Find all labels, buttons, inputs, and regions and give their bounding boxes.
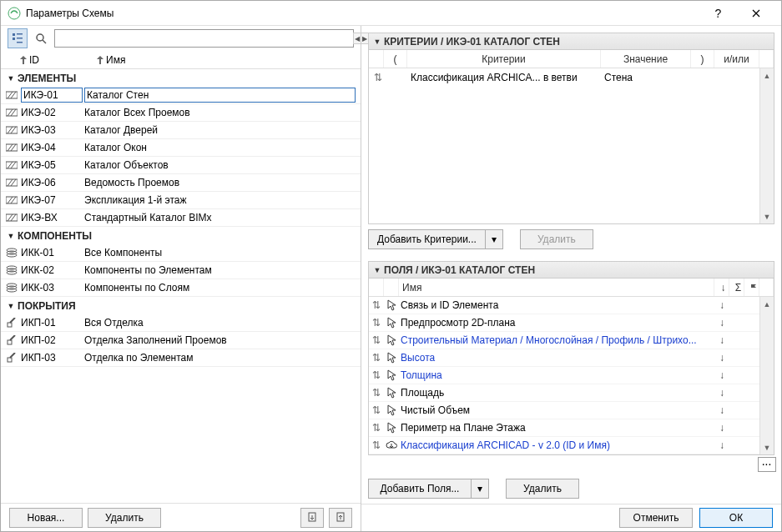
- scheme-name: [83, 88, 361, 103]
- scheme-id-input[interactable]: [21, 88, 83, 103]
- field-row[interactable]: ⇅Периметр на Плане Этажа↓: [369, 419, 774, 437]
- field-row[interactable]: ⇅Строительный Материал / Многослойная / …: [369, 332, 774, 349]
- ok-button[interactable]: ОК: [699, 508, 773, 528]
- add-field-dropdown[interactable]: ▾: [472, 479, 489, 499]
- cancel-button[interactable]: Отменить: [619, 508, 693, 528]
- add-criteria-button[interactable]: Добавить Критерии...: [368, 229, 486, 249]
- scheme-row[interactable]: ИКП-01Вся Отделка: [1, 314, 361, 332]
- column-header-name[interactable]: Имя: [106, 54, 357, 66]
- field-row[interactable]: ⇅Предпросмотр 2D-плана↓: [369, 314, 774, 332]
- drag-handle-icon[interactable]: ⇅: [369, 422, 384, 434]
- criteria-row[interactable]: ⇅Классификация ARCHICA... в ветвиСтена: [369, 68, 774, 87]
- field-options-button[interactable]: ···: [758, 457, 776, 472]
- fields-col-sum[interactable]: Σ: [729, 279, 744, 296]
- add-field-button[interactable]: Добавить Поля...: [368, 479, 472, 499]
- field-sort[interactable]: ↓: [714, 317, 729, 329]
- field-row[interactable]: ⇅Чистый Объем↓: [369, 402, 774, 419]
- fields-col-flag-icon[interactable]: [744, 279, 759, 296]
- scheme-row[interactable]: ИКЭ-02Каталог Всех Проемов: [1, 104, 361, 122]
- field-row[interactable]: ⇅Классификация ARCHICAD - v 2.0 (ID и Им…: [369, 437, 774, 454]
- scheme-row[interactable]: ИКК-02Компоненты по Элементам: [1, 262, 361, 279]
- field-sort[interactable]: ↓: [714, 404, 729, 416]
- criteria-col-value[interactable]: Значение: [601, 50, 691, 68]
- scheme-id: ИКП-03: [19, 352, 83, 364]
- scroll-up-icon[interactable]: ▲: [760, 68, 774, 83]
- drag-handle-icon[interactable]: ⇅: [369, 299, 384, 311]
- drag-handle-icon[interactable]: ⇅: [369, 387, 384, 399]
- sort-icon[interactable]: [94, 56, 106, 64]
- scheme-id: ИКЭ-ВХ: [19, 212, 83, 223]
- import-button[interactable]: [300, 508, 324, 528]
- scheme-row[interactable]: ИКЭ-03Каталог Дверей: [1, 122, 361, 139]
- drag-handle-icon[interactable]: ⇅: [369, 334, 384, 346]
- scheme-name: Отделка Заполнений Проемов: [83, 334, 361, 346]
- scheme-icon: [4, 178, 19, 188]
- group-header[interactable]: ▼КОМПОНЕНТЫ: [1, 227, 361, 244]
- scheme-row[interactable]: ИКЭ-05Каталог Объектов: [1, 157, 361, 174]
- drag-handle-icon[interactable]: ⇅: [369, 72, 384, 83]
- delete-criteria-button[interactable]: Удалить: [520, 229, 593, 249]
- criteria-scrollbar[interactable]: ▲ ▼: [759, 68, 774, 223]
- fields-panel-title: ПОЛЯ / ИКЭ-01 КАТАЛОГ СТЕН: [384, 264, 535, 276]
- scroll-up-icon[interactable]: ▲: [760, 297, 774, 311]
- scheme-name: Каталог Объектов: [83, 159, 361, 171]
- scheme-name-input[interactable]: [84, 88, 356, 103]
- field-row[interactable]: ⇅Площадь↓: [369, 384, 774, 402]
- scheme-row[interactable]: ИКП-03Отделка по Элементам: [1, 349, 361, 367]
- scheme-row[interactable]: ИКЭ-06Ведомость Проемов: [1, 174, 361, 192]
- chevron-down-icon: ▼: [6, 302, 16, 310]
- chevron-down-icon: ▼: [372, 38, 382, 46]
- tree-view-toggle[interactable]: [8, 28, 28, 48]
- field-sort[interactable]: ↓: [714, 352, 729, 364]
- drag-handle-icon[interactable]: ⇅: [369, 317, 384, 329]
- group-header[interactable]: ▼ЭЛЕМЕНТЫ: [1, 69, 361, 87]
- drag-handle-icon[interactable]: ⇅: [369, 352, 384, 364]
- new-button[interactable]: Новая...: [9, 508, 83, 528]
- scheme-row[interactable]: ИКЭ-04Каталог Окон: [1, 139, 361, 157]
- pointer-icon: [384, 299, 399, 311]
- field-sort[interactable]: ↓: [714, 299, 729, 311]
- scheme-row[interactable]: ИКК-01Все Компоненты: [1, 244, 361, 262]
- fields-scrollbar[interactable]: ▲ ▼: [759, 297, 774, 454]
- close-button[interactable]: [737, 1, 774, 26]
- scheme-name: Стандартный Каталог BIMx: [83, 212, 361, 223]
- field-sort[interactable]: ↓: [714, 439, 729, 451]
- pointer-icon: [384, 334, 399, 346]
- drag-handle-icon[interactable]: ⇅: [369, 404, 384, 416]
- criteria-col-andor: и/или: [714, 50, 759, 68]
- delete-button[interactable]: Удалить: [88, 508, 161, 528]
- scheme-row[interactable]: [1, 87, 361, 104]
- scheme-row[interactable]: ИКП-02Отделка Заполнений Проемов: [1, 332, 361, 349]
- field-row[interactable]: ⇅Высота↓: [369, 349, 774, 367]
- field-sort[interactable]: ↓: [714, 422, 729, 434]
- field-sort[interactable]: ↓: [714, 369, 729, 381]
- export-button[interactable]: [329, 508, 352, 528]
- column-header-id[interactable]: ID: [29, 54, 94, 66]
- help-button[interactable]: ?: [699, 1, 737, 26]
- field-sort[interactable]: ↓: [714, 334, 729, 346]
- field-row[interactable]: ⇅Толщина↓: [369, 367, 774, 384]
- drag-handle-icon[interactable]: ⇅: [369, 369, 384, 381]
- scroll-down-icon[interactable]: ▼: [760, 209, 774, 223]
- fields-col-name[interactable]: Имя: [399, 279, 714, 296]
- scheme-row[interactable]: ИКЭ-ВХСтандартный Каталог BIMx: [1, 209, 361, 227]
- fields-panel-header[interactable]: ▼ ПОЛЯ / ИКЭ-01 КАТАЛОГ СТЕН: [368, 261, 774, 279]
- field-row[interactable]: ⇅Связь и ID Элемента↓: [369, 297, 774, 314]
- group-header[interactable]: ▼ПОКРЫТИЯ: [1, 297, 361, 314]
- scroll-down-icon[interactable]: ▼: [760, 440, 774, 454]
- field-sort[interactable]: ↓: [714, 387, 729, 399]
- field-name: Высота: [399, 352, 714, 364]
- criteria-panel-header[interactable]: ▼ КРИТЕРИИ / ИКЭ-01 КАТАЛОГ СТЕН: [368, 33, 774, 50]
- delete-field-button[interactable]: Удалить: [506, 479, 579, 499]
- search-input[interactable]: [54, 29, 354, 48]
- drag-handle-icon[interactable]: ⇅: [369, 439, 384, 451]
- scheme-row[interactable]: ИКК-03Компоненты по Слоям: [1, 279, 361, 297]
- add-criteria-dropdown[interactable]: ▾: [486, 229, 503, 249]
- sort-icon[interactable]: [18, 56, 29, 64]
- search-icon: [31, 28, 51, 48]
- fields-col-sort[interactable]: ↓: [714, 279, 729, 296]
- scheme-row[interactable]: ИКЭ-07Экспликация 1-й этаж: [1, 192, 361, 209]
- scheme-icon: [4, 195, 19, 205]
- collapse-right-handle[interactable]: ▶: [361, 33, 369, 44]
- criteria-col-criteria[interactable]: Критерии: [407, 50, 601, 68]
